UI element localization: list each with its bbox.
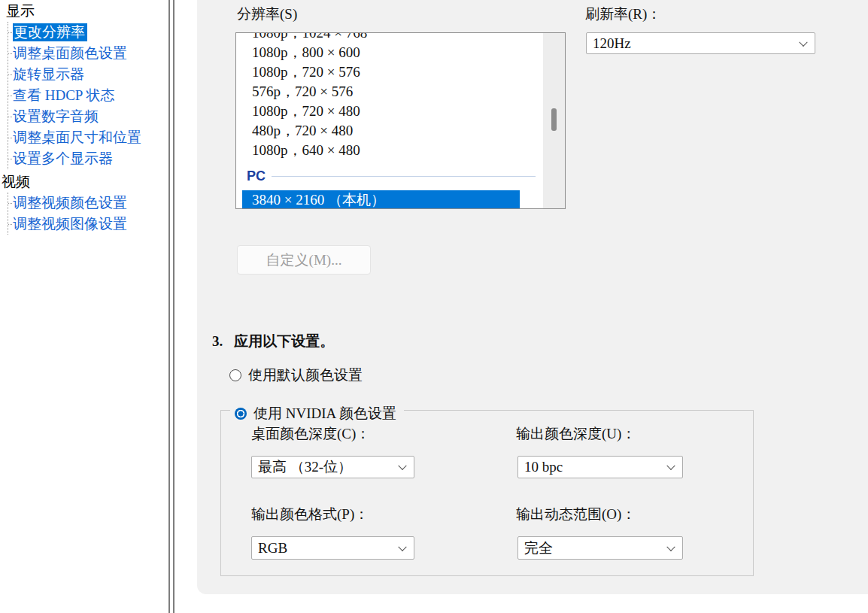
sidebar-item-rotate-display-label[interactable]: 旋转显示器 xyxy=(13,66,84,82)
sidebar-item-adjust-video-image-label[interactable]: 调整视频图像设置 xyxy=(13,216,127,232)
sidebar-item-setup-multiple-displays[interactable]: 设置多个显示器 xyxy=(8,148,167,169)
output-dynamic-range-label: 输出动态范围(O)： xyxy=(516,505,636,524)
resolution-option[interactable]: 1080p，720 × 576 xyxy=(236,62,543,82)
customize-button[interactable]: 自定义(M)... xyxy=(237,245,371,275)
sidebar-item-view-hdcp-status[interactable]: 查看 HDCP 状态 xyxy=(8,85,167,106)
output-color-depth-label: 输出颜色深度(U)： xyxy=(516,424,636,444)
resolution-option[interactable]: 1080p，640 × 480 xyxy=(236,141,543,160)
sidebar-item-adjust-video-color[interactable]: 调整视频颜色设置 xyxy=(8,193,167,214)
radio-use-nvidia-color-label: 使用 NVIDIA 颜色设置 xyxy=(253,404,396,423)
apply-settings-heading: 3.应用以下设置。 xyxy=(212,332,334,351)
resolution-label: 分辨率(S) xyxy=(237,5,297,24)
refresh-rate-value: 120Hz xyxy=(593,35,631,52)
refresh-rate-label: 刷新率(R)： xyxy=(585,5,661,24)
sidebar-item-adjust-video-image[interactable]: 调整视频图像设置 xyxy=(8,214,167,235)
sidebar-item-adjust-desktop-size[interactable]: 调整桌面尺寸和位置 xyxy=(8,127,167,148)
sidebar-item-setup-digital-audio-label[interactable]: 设置数字音频 xyxy=(13,108,99,124)
nvidia-color-settings-group: 使用 NVIDIA 颜色设置 桌面颜色深度(C)： 最高 （32-位） 输出颜色… xyxy=(220,410,754,576)
desktop-color-depth-dropdown[interactable]: 最高 （32-位） xyxy=(251,456,414,478)
content-splitter-line[interactable] xyxy=(173,0,175,613)
output-color-depth-dropdown[interactable]: 10 bpc xyxy=(517,456,683,478)
pc-group-header: PC xyxy=(247,168,266,184)
output-color-depth-value: 10 bpc xyxy=(524,459,563,475)
radio-checked-icon[interactable] xyxy=(235,408,247,420)
sidebar-item-setup-multiple-displays-label[interactable]: 设置多个显示器 xyxy=(13,150,113,166)
sidebar-category-display: 显示 xyxy=(0,2,167,21)
resolution-option[interactable]: 576p，720 × 576 xyxy=(236,82,543,102)
radio-use-default-color[interactable]: 使用默认颜色设置 xyxy=(229,366,363,385)
resolution-listbox[interactable]: 1080p，1024 × 768 1080p，800 × 600 1080p，7… xyxy=(235,32,566,209)
resolution-option[interactable]: 1080p，1024 × 768 xyxy=(236,33,543,43)
sidebar-item-adjust-desktop-size-label[interactable]: 调整桌面尺寸和位置 xyxy=(13,129,141,145)
radio-use-nvidia-color[interactable]: 使用 NVIDIA 颜色设置 xyxy=(230,404,404,423)
sidebar-item-change-resolution-label[interactable]: 更改分辨率 xyxy=(13,23,87,41)
main-content-panel: 分辨率(S) 1080p，1024 × 768 1080p，800 × 600 … xyxy=(197,0,868,594)
sidebar-item-adjust-video-color-label[interactable]: 调整视频颜色设置 xyxy=(13,195,127,211)
navigation-sidebar: 显示 更改分辨率 调整桌面颜色设置 旋转显示器 查看 HDCP 状态 设置数字音… xyxy=(0,0,167,613)
step-number: 3. xyxy=(212,333,223,349)
resolution-option[interactable]: 1080p，800 × 600 xyxy=(236,43,543,62)
resolution-group-header-row: PC xyxy=(236,165,543,187)
sidebar-splitter-line[interactable] xyxy=(168,0,170,613)
output-color-format-value: RGB xyxy=(258,540,287,557)
resolution-rows: 1080p，1024 × 768 1080p，800 × 600 1080p，7… xyxy=(236,33,543,208)
output-color-format-label: 输出颜色格式(P)： xyxy=(251,505,369,524)
radio-use-default-color-label: 使用默认颜色设置 xyxy=(248,366,363,385)
radio-unchecked-icon[interactable] xyxy=(229,369,241,381)
sidebar-item-adjust-desktop-color[interactable]: 调整桌面颜色设置 xyxy=(8,43,167,64)
sidebar-category-video: 视频 xyxy=(0,172,167,192)
refresh-rate-dropdown[interactable]: 120Hz xyxy=(586,32,815,54)
chevron-down-icon xyxy=(799,38,807,46)
display-tree: 更改分辨率 调整桌面颜色设置 旋转显示器 查看 HDCP 状态 设置数字音频 调… xyxy=(8,22,167,169)
listbox-scrollbar-track[interactable] xyxy=(543,33,565,208)
video-tree: 调整视频颜色设置 调整视频图像设置 xyxy=(8,193,167,235)
sidebar-item-change-resolution[interactable]: 更改分辨率 xyxy=(8,22,167,43)
output-color-format-dropdown[interactable]: RGB xyxy=(251,536,414,560)
listbox-scrollbar-thumb[interactable] xyxy=(551,108,557,131)
chevron-down-icon xyxy=(666,462,675,470)
chevron-down-icon xyxy=(398,462,406,470)
resolution-option[interactable]: 1080p，720 × 480 xyxy=(236,102,543,121)
chevron-down-icon xyxy=(398,542,406,551)
resolution-option[interactable]: 480p，720 × 480 xyxy=(236,121,543,141)
resolution-option-selected[interactable]: 3840 × 2160 （本机） xyxy=(242,190,520,208)
sidebar-item-adjust-desktop-color-label[interactable]: 调整桌面颜色设置 xyxy=(13,45,127,61)
pc-group-divider xyxy=(272,176,536,177)
desktop-color-depth-label: 桌面颜色深度(C)： xyxy=(251,424,370,444)
sidebar-item-setup-digital-audio[interactable]: 设置数字音频 xyxy=(8,106,167,127)
desktop-color-depth-value: 最高 （32-位） xyxy=(258,457,352,477)
chevron-down-icon xyxy=(666,542,675,551)
output-dynamic-range-value: 完全 xyxy=(524,539,553,558)
sidebar-item-rotate-display[interactable]: 旋转显示器 xyxy=(8,64,167,85)
sidebar-item-view-hdcp-status-label[interactable]: 查看 HDCP 状态 xyxy=(13,87,114,103)
apply-settings-heading-text: 应用以下设置。 xyxy=(234,333,334,349)
output-dynamic-range-dropdown[interactable]: 完全 xyxy=(517,536,683,560)
